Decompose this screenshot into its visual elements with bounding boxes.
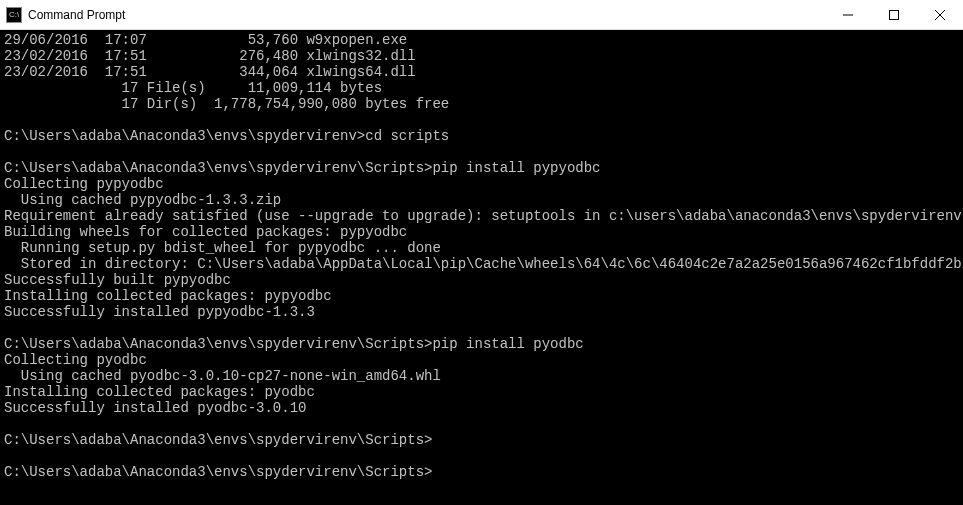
terminal-line: C:\Users\adaba\Anaconda3\envs\spydervire… (4, 128, 959, 144)
terminal-line: Collecting pyodbc (4, 352, 959, 368)
minimize-button[interactable] (825, 0, 871, 29)
terminal-line: 23/02/2016 17:51 344,064 xlwings64.dll (4, 64, 959, 80)
window-title: Command Prompt (28, 8, 125, 22)
minimize-icon (843, 10, 853, 20)
terminal-line: Collecting pypyodbc (4, 176, 959, 192)
terminal-line: Building wheels for collected packages: … (4, 224, 959, 240)
cmd-icon: C:\ (6, 7, 22, 23)
terminal-line: Requirement already satisfied (use --upg… (4, 208, 959, 224)
window-controls (825, 0, 963, 29)
close-icon (935, 10, 945, 20)
terminal-line: C:\Users\adaba\Anaconda3\envs\spydervire… (4, 336, 959, 352)
maximize-button[interactable] (871, 0, 917, 29)
terminal-line: 23/02/2016 17:51 276,480 xlwings32.dll (4, 48, 959, 64)
terminal-line: 17 Dir(s) 1,778,754,990,080 bytes free (4, 96, 959, 112)
titlebar-left: C:\ Command Prompt (0, 7, 125, 23)
terminal-line: Stored in directory: C:\Users\adaba\AppD… (4, 256, 959, 272)
terminal-line: Using cached pypyodbc-1.3.3.zip (4, 192, 959, 208)
terminal-line: Installing collected packages: pypyodbc (4, 288, 959, 304)
terminal-line (4, 112, 959, 128)
terminal-line: 17 File(s) 11,009,114 bytes (4, 80, 959, 96)
terminal-line: C:\Users\adaba\Anaconda3\envs\spydervire… (4, 464, 959, 480)
terminal-line: Using cached pyodbc-3.0.10-cp27-none-win… (4, 368, 959, 384)
terminal-line: Installing collected packages: pyodbc (4, 384, 959, 400)
maximize-icon (889, 10, 899, 20)
terminal-line: Successfully built pypyodbc (4, 272, 959, 288)
terminal-line: 29/06/2016 17:07 53,760 w9xpopen.exe (4, 32, 959, 48)
window-titlebar: C:\ Command Prompt (0, 0, 963, 30)
terminal-line (4, 448, 959, 464)
terminal-line (4, 416, 959, 432)
terminal-line (4, 320, 959, 336)
terminal-line: Successfully installed pypyodbc-1.3.3 (4, 304, 959, 320)
terminal-line: Running setup.py bdist_wheel for pypyodb… (4, 240, 959, 256)
terminal-output[interactable]: 29/06/2016 17:07 53,760 w9xpopen.exe23/0… (0, 30, 963, 482)
terminal-line (4, 144, 959, 160)
terminal-line: C:\Users\adaba\Anaconda3\envs\spydervire… (4, 432, 959, 448)
terminal-line: Successfully installed pyodbc-3.0.10 (4, 400, 959, 416)
terminal-line: C:\Users\adaba\Anaconda3\envs\spydervire… (4, 160, 959, 176)
svg-rect-1 (890, 10, 899, 19)
close-button[interactable] (917, 0, 963, 29)
